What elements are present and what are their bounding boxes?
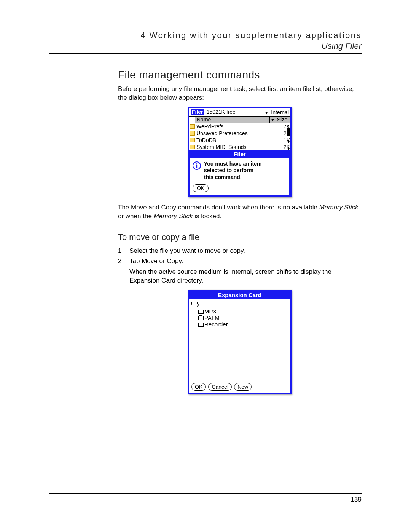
free-space-label: 15021K free xyxy=(207,109,262,115)
step-text: Select the file you want to move or copy… xyxy=(129,246,362,256)
tree-folder[interactable]: PALM xyxy=(198,315,288,321)
info-icon: i xyxy=(193,161,201,170)
chevron-down-icon: ▼ xyxy=(271,118,275,122)
file-list: WeRdPrefs7KUnsaved Preferences2KToDoDB1K… xyxy=(189,123,290,150)
file-icon xyxy=(190,131,195,136)
step-item: 1Select the file you want to move or cop… xyxy=(118,246,362,256)
numbered-steps: 1Select the file you want to move or cop… xyxy=(118,246,362,266)
location-dropdown[interactable]: ▼ Internal xyxy=(264,109,289,115)
ok-button[interactable]: OK xyxy=(193,184,209,192)
checkbox-column[interactable] xyxy=(189,117,195,123)
page-footer: 139 xyxy=(49,493,362,503)
folder-icon xyxy=(198,310,204,314)
folder-label: MP3 xyxy=(204,308,216,315)
chevron-down-icon: ▼ xyxy=(264,110,269,115)
filer-window: Filer 15021K free ▼ Internal Name ▼ Size… xyxy=(188,107,292,198)
column-headers: Name ▼ Size xyxy=(189,117,290,123)
chapter-number: 4 xyxy=(140,30,146,40)
step-item: 2Tap Move or Copy. xyxy=(118,256,362,266)
page-header: 4 Working with your supplementary applic… xyxy=(49,30,362,54)
folder-open-icon xyxy=(191,302,198,307)
size-column-header[interactable]: ▼ Size xyxy=(270,117,290,123)
file-icon xyxy=(190,145,195,149)
ok-button[interactable]: OK xyxy=(191,383,206,391)
note-paragraph: The Move and Copy commands don't work wh… xyxy=(118,203,362,221)
folder-icon xyxy=(198,316,204,320)
file-icon xyxy=(190,138,195,142)
intro-paragraph: Before performing any file management ta… xyxy=(118,85,362,102)
folder-label: PALM xyxy=(204,315,220,321)
filer-app-badge: Filer xyxy=(191,109,204,115)
location-value: Internal xyxy=(271,109,289,115)
file-row[interactable]: WeRdPrefs7K xyxy=(189,123,290,130)
new-button[interactable]: New xyxy=(234,383,252,391)
file-name: Unsaved Preferences xyxy=(196,130,274,137)
file-name: WeRdPrefs xyxy=(196,123,274,130)
page-number: 139 xyxy=(351,496,362,503)
chapter-text: Working with your supplementary applicat… xyxy=(150,30,362,40)
file-row[interactable]: Unsaved Preferences2K xyxy=(189,130,290,137)
scrollbar-thumb[interactable] xyxy=(287,128,290,136)
step-text: Tap Move or Copy. xyxy=(129,256,362,266)
step-follow-paragraph: When the active source medium is Interna… xyxy=(129,268,362,285)
folder-tree: / MP3PALMRecorder xyxy=(189,299,290,381)
chapter-title: 4 Working with your supplementary applic… xyxy=(118,30,362,40)
file-name: System MIDI Sounds xyxy=(196,144,274,150)
alert-dialog: Filer i You must have an item selected t… xyxy=(189,150,290,197)
tree-root[interactable]: / xyxy=(191,300,288,308)
folder-icon xyxy=(198,323,204,327)
file-row[interactable]: System MIDI Sounds2K xyxy=(189,144,290,150)
expansion-card-title: Expansion Card xyxy=(189,291,290,299)
file-row[interactable]: ToDoDB1K xyxy=(189,137,290,144)
heading-move-copy: To move or copy a file xyxy=(118,232,362,242)
cancel-button[interactable]: Cancel xyxy=(208,383,232,391)
expansion-card-window: Expansion Card / MP3PALMRecorder OK Canc… xyxy=(188,290,292,394)
filer-titlebar: Filer 15021K free ▼ Internal xyxy=(189,108,290,117)
dialog-message: You must have an item selected to perfor… xyxy=(204,161,261,181)
figure-expansion-card: Expansion Card / MP3PALMRecorder OK Canc… xyxy=(118,290,362,394)
scrollbar-track[interactable] xyxy=(288,137,289,150)
step-number: 2 xyxy=(118,256,129,266)
step-number: 1 xyxy=(118,246,129,256)
file-name: ToDoDB xyxy=(196,137,274,144)
tree-folder[interactable]: Recorder xyxy=(198,321,288,328)
section-subtitle: Using Filer xyxy=(118,41,362,51)
file-icon xyxy=(190,124,195,129)
figure-filer-dialog: Filer 15021K free ▼ Internal Name ▼ Size… xyxy=(118,107,362,198)
dialog-title: Filer xyxy=(190,150,289,158)
heading-file-management: File management commands xyxy=(118,69,362,81)
tree-folder[interactable]: MP3 xyxy=(198,308,288,315)
folder-label: Recorder xyxy=(204,321,228,328)
name-column-header[interactable]: Name xyxy=(195,117,270,123)
